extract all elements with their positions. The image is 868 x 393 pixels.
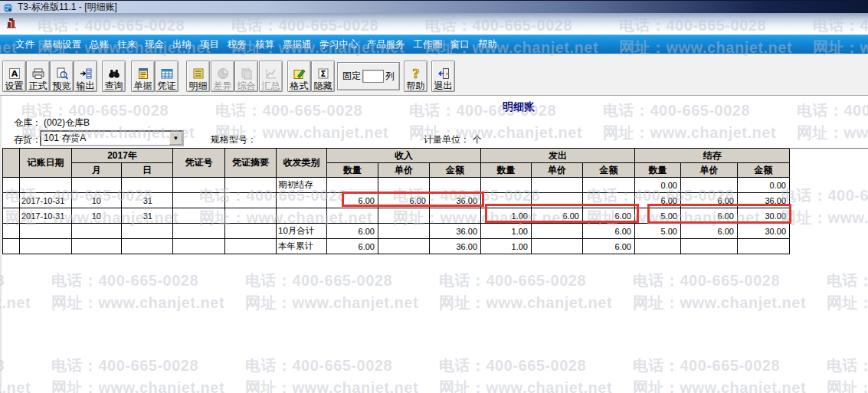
table-cell[interactable] <box>532 224 583 239</box>
help-button[interactable]: ?帮助 <box>404 61 427 92</box>
table-cell[interactable] <box>481 193 532 208</box>
table-cell[interactable] <box>122 239 173 254</box>
table-cell[interactable]: 36.00 <box>430 239 481 254</box>
table-cell[interactable]: 36.00 <box>430 224 481 239</box>
table-cell[interactable] <box>225 239 277 254</box>
menu-item-costing[interactable]: 核算 <box>255 38 274 51</box>
table-cell[interactable] <box>72 178 122 193</box>
table-cell[interactable]: 30.00 <box>738 208 790 224</box>
menu-item-window[interactable]: 窗口 <box>450 38 470 51</box>
table-cell[interactable]: 36.00 <box>430 193 481 208</box>
table-cell[interactable]: 31 <box>122 208 173 224</box>
menu-item-learning-center[interactable]: 学习中心 <box>320 38 359 51</box>
table-cell[interactable]: 6.00 <box>681 208 738 224</box>
menu-item-help[interactable]: 帮助 <box>478 38 497 51</box>
table-cell[interactable] <box>122 178 173 193</box>
exit-button[interactable]: 退出 <box>431 61 455 92</box>
table-cell[interactable] <box>3 239 20 254</box>
export-button[interactable]: 输出 <box>74 61 97 92</box>
table-cell[interactable]: 31 <box>122 193 173 208</box>
table-cell[interactable] <box>277 208 327 224</box>
table-cell[interactable] <box>327 178 378 193</box>
table-cell[interactable]: 0.00 <box>635 178 681 193</box>
table-cell[interactable] <box>173 224 225 239</box>
menu-item-general-ledger[interactable]: 总账 <box>90 38 109 51</box>
preview-button[interactable]: 预览 <box>50 61 74 92</box>
table-cell[interactable]: 5.00 <box>635 224 681 239</box>
table-cell[interactable] <box>378 224 430 239</box>
menu-item-cash[interactable]: 现金 <box>145 38 164 51</box>
fixed-columns-input[interactable] <box>362 70 384 83</box>
menu-item-piaojutong[interactable]: 票据通 <box>283 38 312 51</box>
table-cell[interactable]: 10 <box>72 193 122 208</box>
table-cell[interactable] <box>72 239 122 254</box>
table-cell[interactable] <box>3 208 20 224</box>
table-cell[interactable]: 6.00 <box>327 239 378 254</box>
table-cell[interactable]: 6.00 <box>635 193 681 208</box>
table-cell[interactable] <box>173 208 225 224</box>
settings-button[interactable]: A设置 <box>2 61 26 92</box>
table-cell[interactable] <box>532 178 583 193</box>
table-cell[interactable] <box>481 178 532 193</box>
table-cell[interactable] <box>225 178 277 193</box>
table-cell[interactable] <box>378 239 430 254</box>
table-cell[interactable]: 6.00 <box>327 224 378 239</box>
menu-item-product-service[interactable]: 产品服务 <box>367 38 405 51</box>
menu-item-file[interactable]: 文件 <box>15 38 34 51</box>
table-cell[interactable]: 6.00 <box>681 224 738 239</box>
table-cell[interactable]: 6.00 <box>378 193 430 208</box>
table-cell[interactable]: 30.00 <box>738 224 790 239</box>
table-cell[interactable]: 5.00 <box>635 208 681 224</box>
menu-item-cashier[interactable]: 出纳 <box>172 38 192 51</box>
table-cell[interactable] <box>72 224 122 239</box>
table-cell[interactable]: 6.00 <box>583 224 635 239</box>
format-button[interactable]: 格式 <box>287 61 311 92</box>
table-cell[interactable] <box>532 193 583 208</box>
table-cell[interactable]: 1.00 <box>481 208 532 224</box>
table-cell[interactable] <box>173 239 225 254</box>
menu-item-project[interactable]: 项目 <box>200 38 219 51</box>
table-cell[interactable] <box>378 208 430 224</box>
table-cell[interactable]: 期初结存 <box>277 178 327 193</box>
voucher-button[interactable]: 凭证 <box>155 61 179 92</box>
table-cell[interactable]: 2017-10-31 <box>20 193 72 208</box>
table-cell[interactable] <box>173 193 225 208</box>
table-cell[interactable] <box>430 178 481 193</box>
document-button[interactable]: 单据 <box>131 61 155 92</box>
table-cell[interactable] <box>277 193 327 208</box>
table-cell[interactable]: 2017-10-31 <box>20 208 72 224</box>
table-cell[interactable] <box>532 239 583 254</box>
table-cell[interactable] <box>738 239 790 254</box>
table-cell[interactable] <box>173 178 225 193</box>
table-cell[interactable] <box>681 178 738 193</box>
table-cell[interactable] <box>583 178 635 193</box>
table-cell[interactable]: 本年累计 <box>277 239 327 254</box>
menu-item-basic-setup[interactable]: 基础设置 <box>43 38 81 51</box>
menu-item-receivable-payable[interactable]: 往来 <box>117 38 136 51</box>
table-cell[interactable]: 10 <box>72 208 122 224</box>
print-button[interactable]: 正式 <box>26 61 50 92</box>
table-cell[interactable]: 0.00 <box>738 178 790 193</box>
table-cell[interactable] <box>20 224 72 239</box>
table-cell[interactable]: 36.00 <box>738 193 790 208</box>
table-cell[interactable] <box>20 178 72 193</box>
inventory-select[interactable]: 101 存货A ▼ <box>40 130 184 146</box>
table-cell[interactable] <box>225 224 277 239</box>
table-cell[interactable] <box>583 193 635 208</box>
table-cell[interactable] <box>20 239 72 254</box>
table-cell[interactable]: 6.00 <box>583 239 635 254</box>
table-cell[interactable]: 6.00 <box>681 193 738 208</box>
table-cell[interactable]: 1.00 <box>481 239 532 254</box>
dropdown-arrow-icon[interactable]: ▼ <box>169 132 182 145</box>
hide-button[interactable]: Σ隐藏 <box>311 61 335 92</box>
menu-item-work-circle[interactable]: 工作圈 <box>414 38 443 51</box>
detail-button[interactable]: 明细 <box>186 61 210 92</box>
table-cell[interactable] <box>225 193 277 208</box>
table-cell[interactable] <box>3 193 20 208</box>
table-cell[interactable]: 10月合计 <box>277 224 327 239</box>
menu-item-tax[interactable]: 税务 <box>228 38 247 51</box>
query-button[interactable]: 查询 <box>102 61 126 92</box>
table-cell[interactable] <box>378 178 430 193</box>
table-cell[interactable] <box>327 208 378 224</box>
table-cell[interactable]: 6.00 <box>327 193 378 208</box>
